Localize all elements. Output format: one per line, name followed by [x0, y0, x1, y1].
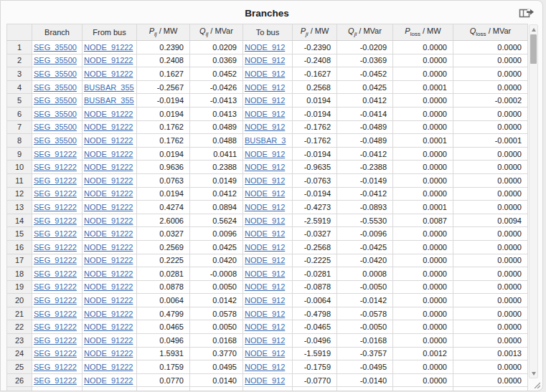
from-bus-link[interactable]: NODE_91222 [84, 110, 133, 118]
pij-value: 0.0763 [137, 173, 190, 187]
from-bus-link[interactable]: BUSBAR_355 [84, 83, 134, 92]
to-bus-link[interactable]: NODE_912 [245, 269, 285, 278]
branch-link[interactable]: SEG_35500 [34, 70, 77, 78]
qij-value: 0.0452 [190, 67, 243, 81]
export-table-button[interactable] [518, 6, 535, 21]
to-bus-link[interactable]: NODE_912 [245, 229, 285, 238]
branch-link[interactable]: SEG_91222 [34, 216, 77, 225]
branch-link[interactable]: SEG_91222 [34, 229, 77, 238]
to-bus-link[interactable]: NODE_912 [245, 376, 285, 385]
to-bus-link[interactable]: NODE_912 [245, 56, 285, 64]
branch-link[interactable]: SEG_35500 [34, 83, 77, 92]
resize-grip-icon[interactable] [533, 381, 540, 388]
branch-link[interactable]: SEG_91222 [34, 243, 77, 252]
from-bus-link[interactable]: NODE_91222 [84, 282, 133, 291]
branch-link[interactable]: SEG_91222 [34, 363, 77, 371]
branch-link[interactable]: SEG_91222 [34, 296, 77, 305]
from-bus-link[interactable]: NODE_91222 [84, 150, 133, 158]
to-bus-link[interactable]: NODE_912 [245, 83, 285, 92]
to-bus-link[interactable]: NODE_912 [245, 123, 285, 131]
from-bus-link[interactable]: NODE_91222 [84, 203, 133, 211]
from-bus-link[interactable]: NODE_91222 [84, 322, 133, 331]
branch-link[interactable]: SEG_91222 [34, 376, 77, 385]
from-bus-link[interactable]: NODE_91222 [84, 136, 133, 145]
branch-link[interactable]: SEG_35500 [34, 43, 77, 52]
to-bus-link[interactable]: NODE_912 [245, 336, 285, 345]
pji-value: -0.0763 [293, 173, 337, 187]
to-bus-link[interactable]: NODE_912 [245, 110, 285, 118]
qij-value: 0.0489 [190, 120, 243, 134]
to-bus-link[interactable]: NODE_912 [245, 363, 285, 371]
column-header: Pji / MW [293, 24, 337, 41]
branch-link[interactable]: SEG_91222 [34, 176, 77, 185]
branch-link[interactable]: SEG_91222 [34, 163, 77, 171]
qij-value: 0.0411 [190, 147, 243, 161]
branch-link[interactable]: SEG_91222 [34, 349, 77, 358]
ploss-value: 0.0000 [393, 254, 453, 267]
branch-link[interactable]: SEG_35500 [34, 56, 77, 64]
to-bus-link[interactable]: NODE_912 [245, 203, 285, 211]
branch-link[interactable]: SEG_91222 [34, 203, 77, 211]
branch-link[interactable]: SEG_91222 [34, 282, 77, 291]
from-bus-link[interactable]: NODE_91222 [84, 269, 133, 278]
to-bus-link[interactable]: NODE_912 [245, 176, 285, 185]
to-bus-link[interactable]: NODE_912 [245, 243, 285, 252]
branch-link[interactable]: SEG_91222 [34, 189, 77, 198]
to-bus-link[interactable]: NODE_912 [245, 322, 285, 331]
branch-link[interactable]: SEG_91222 [34, 310, 77, 318]
from-bus-link[interactable]: BUSBAR_355 [84, 96, 134, 105]
vertical-scrollbar[interactable] [529, 24, 538, 378]
from-bus-link[interactable]: NODE_91222 [84, 43, 133, 52]
scroll-up-arrow[interactable] [529, 26, 537, 34]
from-bus-link[interactable]: NODE_91222 [84, 123, 133, 131]
to-bus-link[interactable]: NODE_912 [245, 70, 285, 78]
from-bus-link[interactable]: NODE_91222 [84, 229, 133, 238]
qji-value [337, 387, 393, 391]
to-bus-link[interactable]: NODE_912 [245, 349, 285, 358]
branch-link[interactable]: SEG_91222 [34, 322, 77, 331]
from-bus-link[interactable]: NODE_91222 [84, 336, 133, 345]
branch-link[interactable]: SEG_91222 [34, 269, 77, 278]
to-bus-link[interactable]: NODE_912 [245, 189, 285, 198]
from-bus-link[interactable]: NODE_91222 [84, 310, 133, 318]
from-bus-link[interactable]: NODE_91222 [84, 376, 133, 385]
from-bus-link[interactable]: NODE_91222 [84, 176, 133, 185]
scrollbar-thumb[interactable] [530, 34, 537, 64]
to-bus-link[interactable]: NODE_912 [245, 310, 285, 318]
branch-link[interactable]: SEG_91222 [34, 150, 77, 158]
column-header: Ploss / MW [393, 24, 453, 41]
from-bus-link[interactable]: NODE_91222 [84, 256, 133, 264]
branch-link[interactable]: SEG_91222 [34, 336, 77, 345]
branch-link[interactable]: SEG_35500 [34, 110, 77, 118]
to-bus-link[interactable]: BUSBAR_3 [245, 136, 286, 145]
pji-value: 0.2568 [293, 80, 337, 94]
branch-link[interactable]: SEG_35500 [34, 123, 77, 131]
scroll-down-arrow[interactable] [529, 369, 537, 377]
to-bus-link[interactable]: NODE_912 [245, 163, 285, 171]
from-bus-link[interactable]: NODE_91222 [84, 296, 133, 305]
qij-value: 0.0209 [190, 41, 243, 54]
from-bus-link[interactable]: NODE_91222 [84, 56, 133, 64]
pji-value: -0.0878 [293, 280, 337, 294]
branches-table: BranchFrom busPij / MWQij / MVarTo busPj… [6, 24, 528, 391]
to-bus-link[interactable]: NODE_912 [245, 216, 285, 225]
from-bus-link[interactable]: NODE_91222 [84, 349, 133, 358]
branch-link[interactable]: SEG_91222 [34, 256, 77, 264]
from-bus-link[interactable]: NODE_91222 [84, 70, 133, 78]
to-bus-link[interactable]: NODE_912 [245, 96, 285, 105]
branch-link[interactable]: SEG_35500 [34, 136, 77, 145]
to-bus-link[interactable]: NODE_912 [245, 43, 285, 52]
qloss-value: 0.0000 [453, 240, 528, 254]
from-bus-link[interactable]: NODE_91222 [84, 163, 133, 171]
from-bus-link[interactable]: NODE_91222 [84, 243, 133, 252]
pji-value: -0.0496 [293, 334, 337, 348]
to-bus-link[interactable]: NODE_912 [245, 256, 285, 264]
table-row: 4 SEG_35500 BUSBAR_355 -0.2567 -0.0426 N… [7, 80, 528, 94]
from-bus-link[interactable]: NODE_91222 [84, 216, 133, 225]
to-bus-link[interactable]: NODE_912 [245, 296, 285, 305]
to-bus-link[interactable]: NODE_912 [245, 282, 285, 291]
from-bus-link[interactable]: NODE_91222 [84, 363, 133, 371]
from-bus-link[interactable]: NODE_91222 [84, 189, 133, 198]
branch-link[interactable]: SEG_35500 [34, 96, 77, 105]
to-bus-link[interactable]: NODE_912 [245, 150, 285, 158]
